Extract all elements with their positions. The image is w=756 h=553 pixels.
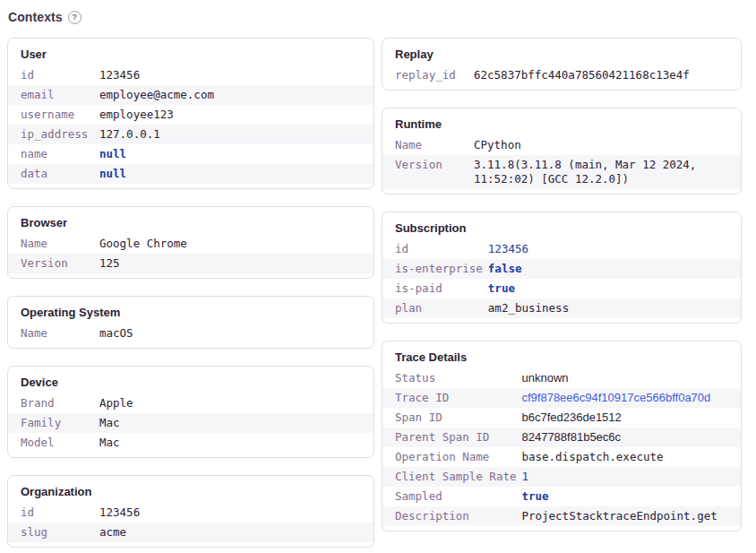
- context-value: null: [99, 164, 374, 184]
- context-value: CPython: [474, 135, 741, 155]
- context-key: Description: [382, 506, 521, 526]
- context-row: Sampled true: [382, 487, 741, 506]
- context-row: Operation Name base.dispatch.execute: [382, 447, 741, 467]
- column-left: User id 123456 email employee@acme.com u…: [7, 38, 374, 548]
- context-row: Name Google Chrome: [8, 234, 374, 254]
- context-card-title: User: [8, 39, 374, 65]
- context-key: Trace ID: [382, 388, 521, 408]
- context-key: Operation Name: [382, 447, 521, 467]
- context-row: Name macOS: [8, 324, 374, 343]
- page-title: Contexts: [8, 10, 63, 24]
- context-key: username: [8, 105, 99, 125]
- context-key: Client Sample Rate: [382, 467, 521, 487]
- context-row: data null: [8, 164, 374, 184]
- context-card-runtime: Runtime Name CPython Version 3.11.8(3.11…: [382, 108, 742, 194]
- context-key: ip_address: [8, 125, 99, 144]
- context-row: Span ID b6c7fed236de1512: [382, 408, 741, 428]
- context-table: id 123456 email employee@acme.com userna…: [8, 65, 374, 184]
- context-key: is-paid: [382, 279, 488, 298]
- context-row: id 123456: [382, 239, 741, 259]
- context-value: unknown: [521, 368, 741, 388]
- context-row: email employee@acme.com: [8, 85, 374, 105]
- context-value: Mac: [99, 413, 374, 433]
- page-header: Contexts ?: [7, 10, 742, 24]
- context-key: Status: [382, 368, 521, 388]
- context-value: Apple: [99, 393, 374, 413]
- column-right: Replay replay_id 62c5837bffc440a78560421…: [382, 38, 742, 531]
- context-key: Sampled: [382, 487, 521, 506]
- context-key: id: [8, 65, 99, 85]
- context-value: base.dispatch.execute: [521, 447, 741, 467]
- context-key: Model: [8, 433, 99, 453]
- context-value: employee@acme.com: [99, 85, 374, 105]
- context-key: Version: [382, 155, 474, 189]
- context-row: Description ProjectStacktraceEndpoint.ge…: [382, 506, 741, 526]
- context-row: id 123456: [8, 65, 374, 85]
- context-key: replay_id: [382, 65, 474, 85]
- contexts-page: Contexts ? User id 123456 email employee…: [0, 0, 756, 553]
- context-card-user: User id 123456 email employee@acme.com u…: [7, 38, 374, 189]
- context-value: 8247788f81b5ec6c: [521, 428, 741, 447]
- context-table: id 123456 is-enterprise false is-paid tr…: [382, 239, 741, 318]
- context-card-operating-system: Operating System Name macOS: [7, 296, 374, 349]
- context-value: Mac: [99, 433, 374, 453]
- context-value: Google Chrome: [99, 234, 374, 254]
- context-row: Trace ID cf9f878ee6c94f10917ce566bff0a70…: [382, 388, 741, 408]
- context-key: name: [8, 144, 99, 164]
- trace-id-link[interactable]: cf9f878ee6c94f10917ce566bff0a70d: [521, 388, 741, 408]
- context-value: false: [488, 259, 741, 279]
- question-mark-icon[interactable]: ?: [68, 11, 82, 24]
- context-table: Name macOS: [8, 324, 374, 343]
- context-value: 123456: [99, 65, 374, 85]
- context-table: Name CPython Version 3.11.8(3.11.8 (main…: [382, 135, 741, 189]
- context-key: slug: [8, 523, 99, 542]
- context-value: 3.11.8(3.11.8 (main, Mar 12 2024, 11:52:…: [474, 155, 741, 189]
- context-table: replay_id 62c5837bffc440a78560421168c13e…: [382, 65, 741, 85]
- context-key: data: [8, 164, 99, 184]
- context-table: Brand Apple Family Mac Model Mac: [8, 393, 374, 453]
- context-key: Brand: [8, 393, 99, 413]
- context-value: 127.0.0.1: [99, 125, 374, 144]
- context-table: id 123456 slug acme: [8, 503, 374, 542]
- context-row: Status unknown: [382, 368, 741, 388]
- context-value: b6c7fed236de1512: [521, 408, 741, 428]
- context-row: slug acme: [8, 523, 374, 542]
- context-columns: User id 123456 email employee@acme.com u…: [7, 38, 742, 548]
- context-card-title: Organization: [8, 476, 374, 503]
- context-row: replay_id 62c5837bffc440a78560421168c13e…: [382, 65, 741, 85]
- context-row: name null: [8, 144, 374, 164]
- context-card-title: Subscription: [382, 212, 741, 239]
- context-row: Parent Span ID 8247788f81b5ec6c: [382, 428, 741, 447]
- context-card-organization: Organization id 123456 slug acme: [7, 475, 374, 548]
- context-row: is-enterprise false: [382, 259, 741, 279]
- context-key: email: [8, 85, 99, 105]
- context-key: Span ID: [382, 408, 521, 428]
- context-row: Name CPython: [382, 135, 741, 155]
- context-card-browser: Browser Name Google Chrome Version 125: [7, 206, 374, 279]
- context-card-replay: Replay replay_id 62c5837bffc440a78560421…: [382, 38, 742, 91]
- context-row: Model Mac: [8, 433, 374, 453]
- context-row: ip_address 127.0.0.1: [8, 125, 374, 144]
- context-value: acme: [99, 523, 374, 542]
- context-value: 123456: [488, 239, 741, 259]
- context-key: Family: [8, 413, 99, 433]
- context-row: Version 3.11.8(3.11.8 (main, Mar 12 2024…: [382, 155, 741, 189]
- context-card-title: Trace Details: [382, 341, 741, 368]
- context-key: plan: [382, 298, 488, 318]
- context-card-title: Replay: [382, 39, 741, 65]
- context-key: is-enterprise: [382, 259, 488, 279]
- context-value: 62c5837bffc440a78560421168c13e4f: [474, 65, 741, 85]
- context-value: 1: [521, 467, 741, 487]
- context-row: plan am2_business: [382, 298, 741, 318]
- context-value: null: [99, 144, 374, 164]
- context-row: id 123456: [8, 503, 374, 523]
- context-row: Family Mac: [8, 413, 374, 433]
- context-value: am2_business: [488, 298, 741, 318]
- context-value: ProjectStacktraceEndpoint.get: [521, 506, 741, 526]
- context-row: Brand Apple: [8, 393, 374, 413]
- context-key: Name: [8, 234, 99, 254]
- context-table: Status unknown Trace ID cf9f878ee6c94f10…: [382, 368, 741, 526]
- context-card-trace-details: Trace Details Status unknown Trace ID cf…: [382, 341, 742, 531]
- context-key: Name: [8, 324, 99, 343]
- context-card-device: Device Brand Apple Family Mac Model Mac: [7, 366, 374, 458]
